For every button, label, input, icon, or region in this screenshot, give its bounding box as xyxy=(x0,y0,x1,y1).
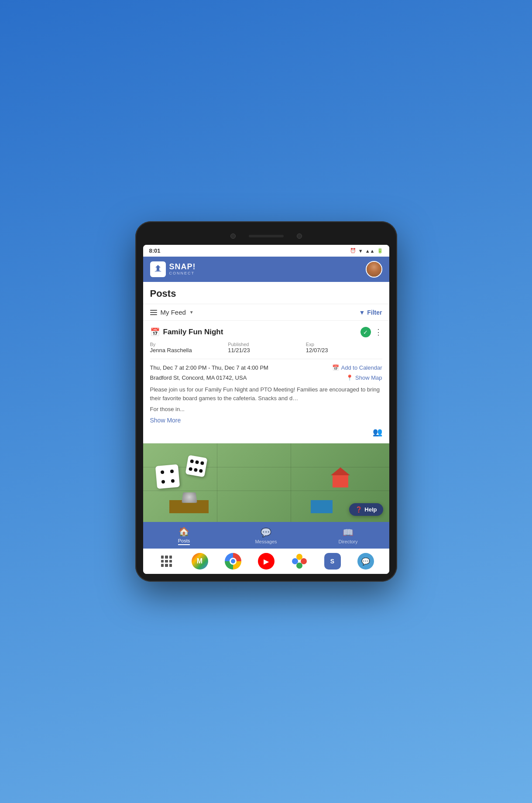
post-suffix: For those in... xyxy=(150,406,382,412)
exp-label: Exp xyxy=(306,342,382,347)
add-cal-icon: 📅 xyxy=(332,364,339,371)
feed-filter-bar: My Feed ▼ ▼ Filter xyxy=(143,304,389,321)
nav-item-posts[interactable]: 🏠 Posts xyxy=(169,526,199,545)
post-body: Please join us for our Family Fun Night … xyxy=(150,385,382,402)
exp-col: Exp 12/07/23 xyxy=(306,342,382,353)
published-date: 11/21/23 xyxy=(228,347,304,353)
filter-icon: ▼ xyxy=(359,309,365,316)
hamburger-icon xyxy=(150,310,157,315)
red-house-token xyxy=(333,467,350,487)
show-map-label: Show Map xyxy=(355,374,382,381)
snap-logo: SNAP! CONNECT xyxy=(150,261,196,277)
board-line xyxy=(217,443,217,522)
dice-one xyxy=(155,464,179,489)
event-location: Bradford St, Concord, MA 01742, USA xyxy=(150,374,347,381)
show-more-button[interactable]: Show More xyxy=(150,417,382,424)
help-label: Help xyxy=(364,506,377,513)
event-details: Thu, Dec 7 at 2:00 PM - Thu, Dec 7 at 4:… xyxy=(150,364,382,381)
help-button[interactable]: ❓ Help xyxy=(349,503,383,516)
post-image: ❓ Help xyxy=(143,443,389,522)
app-name: SNAP! xyxy=(169,263,196,271)
event-time: Thu, Dec 7 at 2:00 PM - Thu, Dec 7 at 4:… xyxy=(150,364,332,371)
by-col: By Jenna Raschella xyxy=(150,342,227,353)
author-name: Jenna Raschella xyxy=(150,347,227,353)
avatar-image xyxy=(367,262,381,277)
post-footer: 👥 xyxy=(150,427,382,437)
audience-icon: 👥 xyxy=(373,427,382,437)
clock-icon: ⏰ xyxy=(350,248,356,254)
post-title-row: 📅 Family Fun Night xyxy=(150,327,223,337)
sensor xyxy=(297,233,302,239)
app-header: SNAP! CONNECT xyxy=(143,257,389,282)
android-dock: M ▶ S 💬 xyxy=(143,549,389,574)
post-title: Family Fun Night xyxy=(163,328,223,336)
photos-app-icon[interactable] xyxy=(291,553,308,570)
published-check-icon: ✓ xyxy=(360,327,371,337)
board-property-blue xyxy=(311,500,333,513)
filter-button[interactable]: ▼ Filter xyxy=(359,309,382,316)
status-bar: 8:01 ⏰ ▼ ▲▲ 🔋 xyxy=(143,245,389,257)
more-options-icon[interactable]: ⋮ xyxy=(374,327,382,337)
help-icon: ❓ xyxy=(355,506,362,513)
bottom-nav: 🏠 Posts 💬 Messages 📖 Directory xyxy=(143,522,389,549)
post-meta: By Jenna Raschella Published 11/21/23 Ex… xyxy=(150,342,382,359)
calendar-icon: 📅 xyxy=(150,327,160,337)
event-location-row: Bradford St, Concord, MA 01742, USA 📍 Sh… xyxy=(150,374,382,381)
posts-nav-icon: 🏠 xyxy=(178,526,189,537)
device-top-bar xyxy=(143,233,389,239)
post-header-actions: ✓ ⋮ xyxy=(360,327,382,337)
app-tagline: CONNECT xyxy=(169,271,196,276)
chrome-center xyxy=(231,559,235,563)
snap-logo-icon xyxy=(150,261,166,277)
page-title-bar: Posts xyxy=(143,282,389,304)
app-grid-button[interactable] xyxy=(158,553,175,570)
exp-date: 12/07/23 xyxy=(306,347,382,353)
posts-nav-label: Posts xyxy=(178,538,190,545)
wifi-icon: ▼ xyxy=(358,248,363,254)
status-time: 8:01 xyxy=(149,247,161,254)
dice-two xyxy=(185,455,207,477)
chevron-down-icon: ▼ xyxy=(189,310,194,315)
filter-label: Filter xyxy=(367,309,382,316)
post-header: 📅 Family Fun Night ✓ ⋮ xyxy=(150,327,382,337)
speaker-grill xyxy=(249,235,284,237)
chrome-app-icon[interactable] xyxy=(225,553,241,570)
directory-nav-label: Directory xyxy=(338,539,357,544)
feed-label: My Feed xyxy=(161,309,186,316)
messages-nav-label: Messages xyxy=(255,539,277,544)
signal-icon: ▲▲ xyxy=(365,248,375,254)
gmail-app-icon[interactable]: M xyxy=(192,553,208,570)
messages-app-icon[interactable]: 💬 xyxy=(357,553,374,570)
nav-item-messages[interactable]: 💬 Messages xyxy=(251,527,281,544)
board-line xyxy=(143,467,389,467)
published-col: Published 11/21/23 xyxy=(228,342,304,353)
board-line xyxy=(143,491,389,491)
feed-selector[interactable]: My Feed ▼ xyxy=(150,309,194,316)
post-card: 📅 Family Fun Night ✓ ⋮ By Jenna Raschell… xyxy=(143,321,389,443)
directory-nav-icon: 📖 xyxy=(343,527,354,538)
battery-icon: 🔋 xyxy=(377,248,383,254)
front-camera xyxy=(230,233,236,239)
event-time-row: Thu, Dec 7 at 2:00 PM - Thu, Dec 7 at 4:… xyxy=(150,364,382,371)
device: 8:01 ⏰ ▼ ▲▲ 🔋 SNAP! CONNECT xyxy=(135,221,397,582)
map-pin-icon: 📍 xyxy=(346,374,353,381)
add-cal-label: Add to Calendar xyxy=(341,364,382,371)
youtube-app-icon[interactable]: ▶ xyxy=(258,553,275,570)
house-roof xyxy=(331,467,350,475)
metal-game-token xyxy=(182,492,197,503)
nav-item-directory[interactable]: 📖 Directory xyxy=(333,527,364,544)
messages-nav-icon: 💬 xyxy=(261,527,271,538)
snap-logo-text: SNAP! CONNECT xyxy=(169,263,196,276)
status-icons: ⏰ ▼ ▲▲ 🔋 xyxy=(350,248,383,254)
add-to-calendar-button[interactable]: 📅 Add to Calendar xyxy=(332,364,382,371)
board-line xyxy=(291,443,291,522)
snap-connect-app-icon[interactable]: S xyxy=(324,553,341,570)
device-screen: 8:01 ⏰ ▼ ▲▲ 🔋 SNAP! CONNECT xyxy=(143,245,389,574)
by-label: By xyxy=(150,342,227,347)
avatar[interactable] xyxy=(366,261,382,278)
published-label: Published xyxy=(228,342,304,347)
show-map-button[interactable]: 📍 Show Map xyxy=(346,374,382,381)
page-title: Posts xyxy=(150,288,382,299)
house-body xyxy=(333,475,348,487)
